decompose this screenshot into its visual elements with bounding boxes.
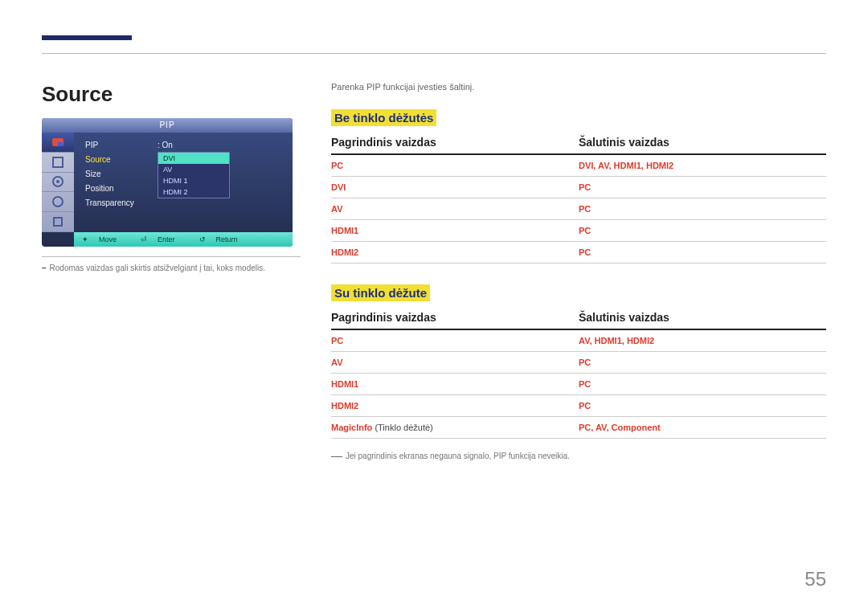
osd-bottom-bar: ✦ Move ⏎ Enter ↺ Return [74, 232, 293, 247]
cell: PC, AV, Component [579, 417, 826, 439]
footnote: Jei pagrindinis ekranas negauna signalo,… [331, 452, 826, 460]
page-number: 55 [805, 568, 826, 591]
right-column: Parenka PIP funkcijai įvesties šaltinį. … [331, 82, 826, 460]
intro-text: Parenka PIP funkcijai įvesties šaltinį. [331, 82, 826, 92]
cell: HDMI1 [331, 220, 579, 242]
osd-value: : On [158, 141, 238, 149]
osd-label: Source [85, 155, 158, 164]
svg-point-5 [53, 197, 63, 206]
svg-rect-1 [58, 142, 63, 146]
osd-hint-move: ✦ Move [82, 235, 125, 243]
table-header: Šalutinis vaizdas [579, 306, 826, 329]
osd-label: Position [85, 184, 158, 193]
osd-screenshot: PIP PIP: On Source Size Position [42, 118, 293, 247]
cell: AV, HDMI1, HDMI2 [579, 329, 826, 352]
cell: PC [579, 177, 826, 198]
table-row: AVPC [331, 198, 826, 220]
table-header: Šalutinis vaizdas [579, 131, 826, 154]
osd-hint-label: Return [216, 235, 238, 243]
table-body-2: PCAV, HDMI1, HDMI2 AVPC HDMI1PC HDMI2PC … [331, 329, 826, 439]
osd-label: PIP [85, 141, 158, 149]
table-row: HDMI1PC [331, 374, 826, 395]
svg-point-4 [56, 180, 59, 183]
cell: PC [579, 374, 826, 395]
cell: PC [579, 395, 826, 417]
svg-rect-2 [53, 157, 63, 167]
osd-title: PIP [42, 118, 293, 133]
osd-dropdown-item: HDMI 2 [158, 186, 229, 198]
cell: PC [579, 198, 826, 220]
cell-bold: MagicInfo [331, 423, 372, 432]
cell-extra: (Tinklo dėžutė) [372, 423, 432, 432]
model-note: –Rodomas vaizdas gali skirtis atsižvelgi… [42, 264, 301, 272]
osd-hint-label: Enter [158, 235, 175, 243]
svg-rect-6 [54, 218, 62, 226]
cell: HDMI1 [331, 374, 579, 395]
cell: AV [331, 198, 579, 220]
cell: PC [579, 352, 826, 374]
osd-tab-icon [42, 153, 74, 173]
osd-dropdown-item: AV [158, 164, 229, 175]
table-header: Pagrindinis vaizdas [331, 306, 579, 329]
page-title: Source [42, 82, 301, 107]
page: Source PIP PIP: On Source Size [0, 0, 868, 613]
table-row: DVIPC [331, 177, 826, 198]
cell: AV [331, 352, 579, 374]
osd-dropdown-item: HDMI 1 [158, 175, 229, 186]
table-row: HDMI2PC [331, 395, 826, 417]
osd-tab-icon [42, 212, 74, 232]
cell: PC [331, 154, 579, 177]
section-title-2: Su tinklo dėžute [331, 284, 430, 301]
osd-tab-icon [42, 133, 74, 153]
osd-body: PIP: On Source Size Position Transparenc… [42, 133, 293, 232]
osd-hint-label: Move [99, 235, 117, 243]
cell: PC [579, 220, 826, 242]
osd-icon-strip [42, 133, 74, 232]
table-row: HDMI1PC [331, 220, 826, 242]
cell: HDMI2 [331, 242, 579, 264]
content: Source PIP PIP: On Source Size [42, 32, 826, 460]
osd-dropdown: DVI AV HDMI 1 HDMI 2 [158, 152, 230, 198]
cell: PC [331, 329, 579, 352]
table-2: Pagrindinis vaizdas Šalutinis vaizdas PC… [331, 306, 826, 439]
osd-hint-return: ↺ Return [199, 235, 246, 243]
cell: HDMI2 [331, 395, 579, 417]
osd-menu: PIP: On Source Size Position Transparenc… [74, 133, 293, 232]
header-rule [42, 53, 826, 54]
header-accent [42, 35, 132, 40]
cell: PC [579, 242, 826, 264]
table-row: PCAV, HDMI1, HDMI2 [331, 329, 826, 352]
footnote-text: Jei pagrindinis ekranas negauna signalo,… [346, 452, 570, 460]
table-1: Pagrindinis vaizdas Šalutinis vaizdas PC… [331, 131, 826, 264]
left-column: Source PIP PIP: On Source Size [42, 82, 331, 460]
table-row: PCDVI, AV, HDMI1, HDMI2 [331, 154, 826, 177]
section-title-1: Be tinklo dėžutės [331, 109, 436, 126]
osd-label: Size [85, 170, 158, 178]
osd-row: PIP: On [85, 137, 286, 152]
table-header: Pagrindinis vaizdas [331, 131, 579, 154]
cell: DVI, AV, HDMI1, HDMI2 [579, 154, 826, 177]
osd-hint-enter: ⏎ Enter [141, 235, 183, 243]
osd-dropdown-item: DVI [158, 153, 229, 164]
table-row: MagicInfo (Tinklo dėžutė)PC, AV, Compone… [331, 417, 826, 439]
cell: MagicInfo (Tinklo dėžutė) [331, 417, 579, 439]
table-row: HDMI2PC [331, 242, 826, 264]
table-body-1: PCDVI, AV, HDMI1, HDMI2 DVIPC AVPC HDMI1… [331, 154, 826, 264]
note-text: Rodomas vaizdas gali skirtis atsižvelgia… [50, 264, 265, 272]
cell: DVI [331, 177, 579, 198]
osd-tab-icon [42, 173, 74, 193]
osd-label: Transparency [85, 198, 158, 207]
table-row: AVPC [331, 352, 826, 374]
divider [42, 256, 301, 257]
osd-tab-icon [42, 192, 74, 212]
